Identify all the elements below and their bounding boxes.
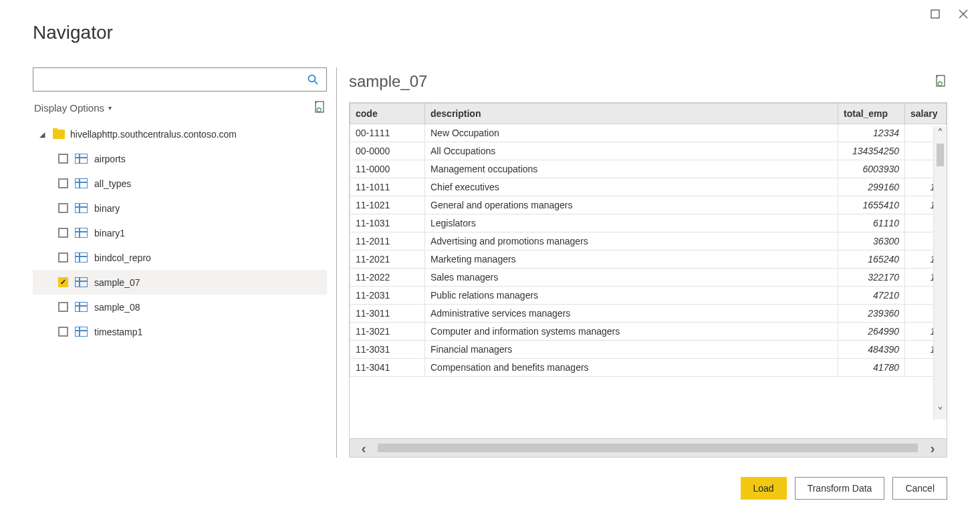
cell-total-emp: 299160 [838, 178, 905, 196]
tree-item-binary1[interactable]: binary1 [33, 220, 327, 245]
scroll-track[interactable] [378, 444, 918, 452]
cell-code: 11-3021 [350, 323, 425, 341]
checkbox[interactable] [58, 178, 68, 188]
tree-item-label: sample_08 [94, 302, 140, 313]
checkbox[interactable] [58, 228, 68, 238]
tree-item-binary[interactable]: binary [33, 196, 327, 220]
refresh-tree-icon[interactable] [314, 101, 326, 114]
cell-description: Advertising and promotions managers [425, 232, 838, 250]
checkbox[interactable] [58, 154, 68, 164]
cell-description: Public relations managers [425, 287, 838, 305]
cell-code: 11-1021 [350, 196, 425, 214]
close-icon[interactable] [951, 5, 975, 23]
tree-item-all_types[interactable]: all_types [33, 171, 327, 196]
cell-code: 00-1111 [350, 124, 425, 142]
cell-description: All Occupations [425, 142, 838, 160]
search-input[interactable] [33, 68, 299, 91]
cell-code: 00-0000 [350, 142, 425, 160]
table-icon [75, 302, 88, 312]
checkbox[interactable] [58, 203, 68, 213]
cell-total-emp: 41780 [838, 359, 905, 377]
transform-data-button[interactable]: Transform Data [795, 477, 885, 500]
cell-code: 11-2021 [350, 250, 425, 269]
cell-code: 11-1011 [350, 178, 425, 196]
cell-total-emp: 165240 [838, 250, 905, 269]
display-options-button[interactable]: Display Options ▾ [34, 102, 112, 114]
table-icon [75, 252, 88, 263]
cell-description: Legislators [425, 214, 838, 232]
table-row[interactable]: 11-0000Management occupations60039309 [350, 160, 947, 178]
tree-item-bindcol_repro[interactable]: bindcol_repro [33, 245, 327, 270]
cell-description: Management occupations [425, 160, 838, 178]
table-icon [75, 228, 88, 238]
cell-code: 11-2031 [350, 287, 425, 305]
maximize-icon[interactable] [923, 5, 947, 23]
tree-item-airports[interactable]: airports [33, 146, 327, 171]
table-row[interactable]: 11-3021Computer and information systems … [350, 323, 947, 341]
tree-item-sample_08[interactable]: sample_08 [33, 295, 327, 319]
col-header-description[interactable]: description [425, 104, 838, 124]
svg-point-3 [309, 75, 316, 82]
table-row[interactable]: 11-2022Sales managers32217010 [350, 269, 947, 287]
table-row[interactable]: 11-2031Public relations managers472109 [350, 287, 947, 305]
cell-description: New Occupation [425, 124, 838, 142]
svg-line-4 [315, 81, 318, 85]
table-icon [75, 154, 88, 164]
scroll-thumb[interactable] [937, 144, 944, 166]
cell-total-emp: 47210 [838, 287, 905, 305]
cell-code: 11-1031 [350, 214, 425, 232]
search-icon[interactable] [299, 68, 326, 91]
cancel-button[interactable]: Cancel [892, 477, 947, 500]
vertical-scrollbar[interactable]: ˄ ˅ [933, 126, 947, 419]
server-label: hivellaphttp.southcentralus.contoso.com [70, 129, 237, 140]
checkbox[interactable] [58, 327, 68, 337]
tree-item-sample_07[interactable]: ✓sample_07 [33, 270, 327, 295]
cell-total-emp: 264990 [838, 323, 905, 341]
tree-item-label: airports [94, 154, 126, 164]
preview-table: code description total_emp salary 00-111… [350, 103, 947, 377]
cell-code: 11-3041 [350, 359, 425, 377]
table-row[interactable]: 11-1021General and operations managers16… [350, 196, 947, 214]
preview-pane: sample_07 code description total_emp sal… [337, 67, 947, 458]
col-header-salary[interactable]: salary [905, 104, 947, 124]
table-row[interactable]: 11-2011Advertising and promotions manage… [350, 232, 947, 250]
cell-code: 11-2011 [350, 232, 425, 250]
horizontal-scrollbar[interactable]: ‹ › [350, 438, 947, 457]
tree-pane: Display Options ▾ ◢ hivellaphttp.southce… [33, 67, 337, 458]
cell-total-emp: 322170 [838, 269, 905, 287]
cell-total-emp: 134354250 [838, 142, 905, 160]
table-row[interactable]: 00-1111New Occupation12334 [350, 124, 947, 142]
scroll-up-icon[interactable]: ˄ [937, 126, 943, 141]
checkbox[interactable] [58, 302, 68, 312]
refresh-preview-icon[interactable] [935, 75, 947, 88]
load-button[interactable]: Load [741, 477, 787, 500]
tree-item-label: binary [94, 203, 120, 214]
checkbox[interactable]: ✓ [58, 277, 68, 287]
table-row[interactable]: 11-1011Chief executives29916015 [350, 178, 947, 196]
cell-description: Sales managers [425, 269, 838, 287]
table-row[interactable]: 11-3011Administrative services managers2… [350, 305, 947, 323]
scroll-down-icon[interactable]: ˅ [937, 405, 943, 419]
tree-item-label: timestamp1 [94, 327, 142, 337]
table-row[interactable]: 00-0000All Occupations1343542504 [350, 142, 947, 160]
svg-rect-0 [931, 10, 939, 18]
table-icon [75, 203, 88, 213]
scroll-right-icon[interactable]: › [918, 439, 947, 458]
table-row[interactable]: 11-3041Compensation and benefits manager… [350, 359, 947, 377]
cell-description: Administrative services managers [425, 305, 838, 323]
folder-icon [53, 130, 65, 139]
col-header-total-emp[interactable]: total_emp [838, 104, 905, 124]
cell-total-emp: 484390 [838, 341, 905, 359]
table-row[interactable]: 11-1031Legislators611103 [350, 214, 947, 232]
dialog-title: Navigator [33, 22, 113, 43]
col-header-code[interactable]: code [350, 104, 425, 124]
tree-item-label: bindcol_repro [94, 252, 151, 263]
tree-server-node[interactable]: ◢ hivellaphttp.southcentralus.contoso.co… [33, 122, 327, 146]
checkbox[interactable] [58, 252, 68, 263]
tree-item-label: all_types [94, 178, 131, 189]
scroll-left-icon[interactable]: ‹ [350, 439, 378, 458]
tree-item-timestamp1[interactable]: timestamp1 [33, 319, 327, 344]
table-row[interactable]: 11-2021Marketing managers16524011 [350, 250, 947, 269]
cell-code: 11-3031 [350, 341, 425, 359]
table-row[interactable]: 11-3031Financial managers48439010 [350, 341, 947, 359]
